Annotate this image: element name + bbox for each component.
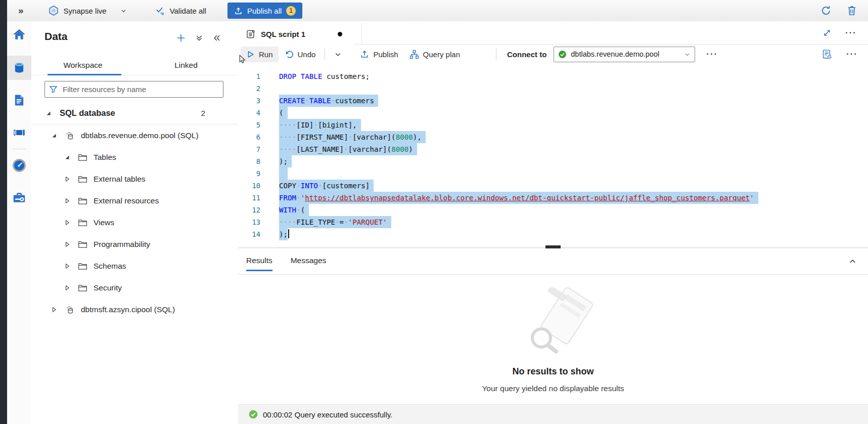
publish-upload-icon	[234, 7, 243, 15]
mode-switcher[interactable]: Synapse live	[48, 5, 127, 16]
data-explorer-panel: Data Workspace Linked SQL database2dbtla…	[31, 21, 239, 424]
tree-collapsed-icon[interactable]	[64, 220, 71, 226]
success-check-icon	[249, 410, 258, 419]
editor-more-icon[interactable]: ···	[846, 49, 858, 59]
run-options-dropdown[interactable]	[329, 47, 347, 62]
code-line[interactable]: 3CREATE·TABLE·customers	[238, 95, 868, 107]
tree-collapsed-icon[interactable]	[64, 241, 71, 247]
code-line[interactable]: 11FROM·'https://dbtlabsynapsedatalake.bl…	[238, 192, 868, 204]
data-panel-tabs: Workspace Linked	[31, 56, 238, 75]
synapse-logo-icon	[48, 5, 59, 16]
nav-manage-icon[interactable]	[7, 186, 31, 210]
tree-collapsed-icon[interactable]	[64, 263, 71, 269]
folder-icon	[78, 284, 87, 292]
code-line[interactable]: 9	[238, 167, 868, 180]
validate-all-button[interactable]: Validate all	[155, 6, 206, 16]
tab-linked[interactable]: Linked	[134, 56, 238, 75]
tab-workspace[interactable]: Workspace	[31, 56, 134, 75]
tree-collapsed-icon[interactable]	[51, 307, 58, 313]
pool-select-dropdown[interactable]: dbtlabs.revenue.demo.pool	[554, 47, 695, 62]
code-line[interactable]: 8);	[238, 155, 868, 167]
tree-item[interactable]: Views	[31, 211, 238, 233]
tree-item-label: dbtmsft.azsyn.cipool (SQL)	[81, 305, 175, 314]
nav-data-icon[interactable]	[7, 56, 31, 80]
tree-collapsed-icon[interactable]	[64, 198, 71, 204]
code-line[interactable]: 1DROP TABLE customers;	[238, 70, 868, 82]
tree-item[interactable]: External tables	[31, 168, 238, 190]
empty-results-state: No results to show Your query yielded no…	[238, 274, 868, 405]
tree-item-count: 2	[201, 109, 205, 118]
expand-sidebar-icon[interactable]: »	[18, 5, 24, 16]
results-panel: Results Messages	[238, 248, 868, 405]
tree-item[interactable]: Schemas	[31, 255, 238, 277]
tree-item[interactable]: External resources	[31, 190, 238, 211]
tree-collapsed-icon[interactable]	[64, 176, 71, 182]
selection-highlight: ····[LAST_NAME]·[varchar](8000)	[279, 143, 417, 155]
sql-script-tab-title: SQL script 1	[261, 30, 305, 38]
collapse-results-icon[interactable]	[848, 257, 857, 266]
empty-results-title: No results to show	[238, 366, 868, 377]
code-line[interactable]: 10COPY·INTO·[customers]	[238, 180, 868, 192]
query-plan-button[interactable]: Query plan	[404, 47, 466, 62]
database-icon	[65, 131, 75, 141]
no-results-illustration-icon	[505, 287, 601, 363]
code-line[interactable]: 5····[ID]·[bigint],	[238, 119, 868, 131]
trash-icon[interactable]	[847, 5, 857, 16]
tree-expanded-icon[interactable]	[51, 133, 58, 139]
publish-all-button[interactable]: Publish all 1	[227, 3, 302, 19]
code-line[interactable]: 14);	[238, 228, 868, 240]
run-label: Run	[259, 50, 273, 59]
tree-item[interactable]: Programmability	[31, 233, 238, 255]
tree-item[interactable]: SQL database2	[31, 102, 238, 124]
run-play-icon	[246, 50, 255, 59]
tree-item[interactable]: Tables	[31, 146, 238, 168]
sql-code-editor[interactable]: 1DROP TABLE customers;23CREATE·TABLE·cus…	[238, 64, 868, 247]
code-line[interactable]: 12WITH·(	[238, 204, 868, 216]
validate-icon	[155, 6, 165, 16]
code-line[interactable]: 13····FILE_TYPE·=·'PARQUET'	[238, 216, 868, 228]
panel-actions	[176, 33, 221, 43]
tab-results[interactable]: Results	[246, 248, 272, 274]
line-number: 10	[238, 180, 260, 192]
code-line[interactable]: 4(	[238, 107, 868, 119]
tab-messages[interactable]: Messages	[291, 248, 327, 274]
run-button[interactable]: Run	[241, 47, 279, 62]
filter-input[interactable]	[62, 84, 219, 94]
tree-collapsed-icon[interactable]	[64, 285, 71, 291]
tab-more-icon[interactable]: ···	[845, 28, 857, 38]
pool-chevron-icon	[684, 51, 691, 58]
line-number: 12	[238, 204, 260, 216]
tree-expanded-icon[interactable]	[45, 110, 53, 116]
tree-item-label: Programmability	[94, 240, 150, 249]
tree-item[interactable]: dbtlabs.revenue.demo.pool (SQL)	[31, 124, 238, 146]
nav-home-icon[interactable]	[7, 23, 31, 47]
add-resource-icon[interactable]	[176, 33, 186, 43]
connect-more-icon[interactable]: ···	[706, 49, 718, 59]
nav-integrate-icon[interactable]	[7, 120, 31, 145]
validate-all-label: Validate all	[170, 7, 206, 15]
sql-script-tab[interactable]: SQL script 1	[238, 24, 362, 45]
collapse-all-icon[interactable]	[195, 34, 203, 42]
code-line[interactable]: 7····[LAST_NAME]·[varchar](8000)	[238, 143, 868, 155]
panel-title: Data	[44, 30, 68, 43]
toolbar-right-actions: ···	[821, 49, 858, 60]
nav-monitor-icon[interactable]	[7, 153, 31, 178]
publish-button[interactable]: Publish	[354, 47, 403, 62]
selection-highlight: ····[ID]·[bigint],	[279, 119, 361, 131]
collapse-panel-icon[interactable]	[213, 34, 221, 42]
tree-item[interactable]: dbtmsft.azsyn.cipool (SQL)	[31, 299, 238, 320]
nav-develop-icon[interactable]	[7, 88, 31, 112]
tree-item-label: Schemas	[94, 262, 126, 271]
tree-expanded-icon[interactable]	[64, 154, 71, 160]
line-number: 2	[238, 82, 260, 95]
refresh-icon[interactable]	[820, 5, 832, 16]
tree-item[interactable]: Security	[31, 277, 238, 299]
properties-icon[interactable]	[821, 49, 832, 60]
code-line[interactable]: 2	[238, 82, 868, 95]
empty-results-subtitle: Your query yielded no displayable result…	[238, 384, 868, 393]
undo-button[interactable]: Undo	[279, 47, 322, 62]
publish-all-label: Publish all	[247, 7, 282, 15]
code-line[interactable]: 6····[FIRST_NAME]·[varchar](8000),	[238, 131, 868, 143]
code-lines: 1DROP TABLE customers;23CREATE·TABLE·cus…	[238, 70, 868, 240]
expand-editor-icon[interactable]	[823, 28, 832, 37]
